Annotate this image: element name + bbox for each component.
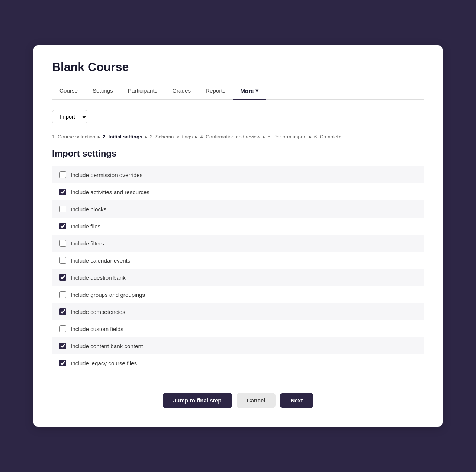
tab-reports[interactable]: Reports — [198, 83, 233, 100]
setting-row-activities-resources: Include activities and resources — [52, 183, 424, 200]
tab-participants[interactable]: Participants — [120, 83, 165, 100]
breadcrumb-arrow-4: ► — [262, 134, 266, 139]
label-activities-resources[interactable]: Include activities and resources — [71, 189, 149, 195]
setting-row-permission-overrides: Include permission overrides — [52, 166, 424, 183]
setting-row-files: Include files — [52, 218, 424, 235]
label-calendar-events[interactable]: Include calendar events — [71, 257, 130, 264]
tab-settings[interactable]: Settings — [85, 83, 120, 100]
setting-row-filters: Include filters — [52, 235, 424, 252]
settings-list: Include permission overrides Include act… — [52, 166, 424, 372]
import-select-wrapper: Import — [52, 110, 424, 123]
breadcrumb-step-2: 2. Initial settings — [103, 134, 142, 139]
setting-row-blocks: Include blocks — [52, 200, 424, 218]
label-question-bank[interactable]: Include question bank — [71, 274, 126, 281]
tab-more[interactable]: More ▾ — [233, 83, 266, 100]
setting-row-competencies: Include competencies — [52, 303, 424, 320]
breadcrumb-step-3: 3. Schema settings — [150, 134, 193, 139]
page-title: Blank Course — [52, 60, 424, 74]
import-select[interactable]: Import — [52, 110, 87, 123]
checkbox-legacy-course-files[interactable] — [60, 360, 66, 366]
tab-course[interactable]: Course — [52, 83, 85, 100]
jump-to-final-button[interactable]: Jump to final step — [163, 393, 232, 408]
label-files[interactable]: Include files — [71, 223, 100, 229]
breadcrumb-arrow-5: ► — [308, 134, 313, 139]
checkbox-blocks[interactable] — [60, 206, 66, 212]
checkbox-permission-overrides[interactable] — [60, 171, 66, 178]
label-blocks[interactable]: Include blocks — [71, 206, 106, 212]
checkbox-calendar-events[interactable] — [60, 257, 66, 264]
checkbox-question-bank[interactable] — [60, 274, 66, 281]
cancel-button[interactable]: Cancel — [237, 393, 276, 408]
label-permission-overrides[interactable]: Include permission overrides — [71, 172, 142, 178]
setting-row-content-bank: Include content bank content — [52, 337, 424, 354]
setting-row-calendar-events: Include calendar events — [52, 252, 424, 269]
breadcrumb: 1. Course selection ► 2. Initial setting… — [52, 134, 424, 139]
import-settings-title: Import settings — [52, 148, 424, 159]
checkbox-custom-fields[interactable] — [60, 325, 66, 332]
page-container: Blank Course Course Settings Participant… — [33, 45, 443, 427]
checkbox-groups-groupings[interactable] — [60, 291, 66, 298]
checkbox-activities-resources[interactable] — [60, 189, 66, 195]
tab-more-label: More — [240, 88, 254, 94]
setting-row-legacy-course-files: Include legacy course files — [52, 354, 424, 372]
setting-row-question-bank: Include question bank — [52, 269, 424, 286]
breadcrumb-step-6: 6. Complete — [314, 134, 341, 139]
breadcrumb-arrow-2: ► — [144, 134, 148, 139]
checkbox-files[interactable] — [60, 223, 66, 229]
breadcrumb-step-4: 4. Confirmation and review — [200, 134, 260, 139]
breadcrumb-arrow-1: ► — [97, 134, 101, 139]
nav-tabs: Course Settings Participants Grades Repo… — [52, 83, 424, 100]
label-legacy-course-files[interactable]: Include legacy course files — [71, 360, 137, 366]
checkbox-filters[interactable] — [60, 240, 66, 247]
label-filters[interactable]: Include filters — [71, 240, 104, 247]
setting-row-custom-fields: Include custom fields — [52, 320, 424, 337]
action-buttons: Jump to final step Cancel Next — [52, 390, 424, 408]
checkbox-competencies[interactable] — [60, 308, 66, 315]
breadcrumb-step-5: 5. Perform import — [268, 134, 307, 139]
divider — [52, 381, 424, 381]
label-competencies[interactable]: Include competencies — [71, 309, 125, 315]
breadcrumb-arrow-3: ► — [194, 134, 199, 139]
label-custom-fields[interactable]: Include custom fields — [71, 326, 123, 332]
chevron-down-icon: ▾ — [255, 87, 258, 94]
setting-row-groups-groupings: Include groups and groupings — [52, 286, 424, 303]
label-content-bank[interactable]: Include content bank content — [71, 343, 143, 349]
checkbox-content-bank[interactable] — [60, 343, 66, 349]
label-groups-groupings[interactable]: Include groups and groupings — [71, 292, 145, 298]
next-button[interactable]: Next — [280, 393, 313, 408]
breadcrumb-step-1: 1. Course selection — [52, 134, 95, 139]
tab-grades[interactable]: Grades — [165, 83, 198, 100]
